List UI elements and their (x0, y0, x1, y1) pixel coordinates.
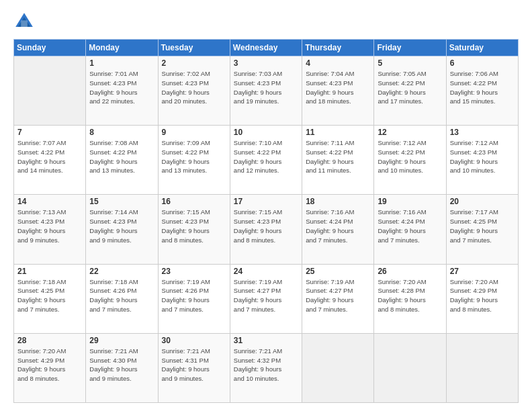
day-number: 4 (306, 58, 370, 68)
day-number: 26 (378, 267, 442, 276)
day-number: 21 (17, 267, 82, 276)
calendar-cell: 2Sunrise: 7:02 AM Sunset: 4:23 PM Daylig… (158, 56, 230, 126)
day-number: 22 (89, 267, 154, 276)
day-number: 18 (306, 197, 370, 206)
day-info: Sunrise: 7:11 AM Sunset: 4:22 PM Dayligh… (306, 138, 370, 175)
day-number: 19 (378, 197, 442, 206)
calendar-table: SundayMondayTuesdayWednesdayThursdayFrid… (13, 39, 519, 403)
calendar-cell: 12Sunrise: 7:12 AM Sunset: 4:22 PM Dayli… (374, 126, 446, 195)
day-number: 6 (450, 58, 515, 68)
day-number: 30 (162, 336, 226, 345)
day-number: 5 (378, 58, 442, 68)
calendar-cell: 24Sunrise: 7:19 AM Sunset: 4:27 PM Dayli… (230, 264, 302, 333)
day-info: Sunrise: 7:06 AM Sunset: 4:22 PM Dayligh… (450, 69, 515, 106)
day-info: Sunrise: 7:07 AM Sunset: 4:22 PM Dayligh… (17, 138, 82, 175)
day-info: Sunrise: 7:18 AM Sunset: 4:25 PM Dayligh… (17, 277, 82, 314)
calendar-cell: 29Sunrise: 7:21 AM Sunset: 4:30 PM Dayli… (86, 333, 158, 402)
day-info: Sunrise: 7:12 AM Sunset: 4:23 PM Dayligh… (450, 138, 515, 175)
day-number: 10 (234, 128, 298, 137)
day-number: 13 (450, 128, 515, 137)
day-info: Sunrise: 7:18 AM Sunset: 4:26 PM Dayligh… (89, 277, 154, 314)
calendar-cell (14, 56, 86, 126)
day-info: Sunrise: 7:17 AM Sunset: 4:25 PM Dayligh… (450, 208, 515, 244)
day-info: Sunrise: 7:16 AM Sunset: 4:24 PM Dayligh… (306, 208, 370, 244)
day-info: Sunrise: 7:15 AM Sunset: 4:23 PM Dayligh… (162, 208, 226, 244)
day-info: Sunrise: 7:19 AM Sunset: 4:27 PM Dayligh… (306, 277, 370, 314)
day-number: 24 (234, 267, 298, 276)
day-info: Sunrise: 7:16 AM Sunset: 4:24 PM Dayligh… (378, 208, 442, 244)
day-number: 2 (162, 58, 226, 68)
day-number: 17 (234, 197, 298, 206)
calendar-cell: 18Sunrise: 7:16 AM Sunset: 4:24 PM Dayli… (302, 195, 374, 264)
day-number: 3 (234, 58, 298, 68)
column-header-thursday: Thursday (302, 40, 374, 56)
calendar-cell: 11Sunrise: 7:11 AM Sunset: 4:22 PM Dayli… (302, 126, 374, 195)
calendar-cell (302, 333, 374, 402)
calendar-cell: 13Sunrise: 7:12 AM Sunset: 4:23 PM Dayli… (446, 126, 518, 195)
day-info: Sunrise: 7:20 AM Sunset: 4:29 PM Dayligh… (17, 347, 82, 383)
day-info: Sunrise: 7:20 AM Sunset: 4:29 PM Dayligh… (450, 277, 515, 314)
day-number: 31 (234, 336, 298, 345)
day-info: Sunrise: 7:08 AM Sunset: 4:22 PM Dayligh… (89, 138, 154, 175)
day-number: 1 (89, 58, 154, 68)
day-number: 23 (162, 267, 226, 276)
column-header-tuesday: Tuesday (158, 40, 230, 56)
logo-icon (13, 11, 35, 32)
day-number: 11 (306, 128, 370, 137)
day-number: 12 (378, 128, 442, 137)
calendar-week-row: 21Sunrise: 7:18 AM Sunset: 4:25 PM Dayli… (14, 264, 519, 333)
day-info: Sunrise: 7:03 AM Sunset: 4:23 PM Dayligh… (234, 69, 298, 106)
calendar-cell: 30Sunrise: 7:21 AM Sunset: 4:31 PM Dayli… (158, 333, 230, 402)
calendar-cell: 23Sunrise: 7:19 AM Sunset: 4:26 PM Dayli… (158, 264, 230, 333)
calendar-cell: 27Sunrise: 7:20 AM Sunset: 4:29 PM Dayli… (446, 264, 518, 333)
day-info: Sunrise: 7:21 AM Sunset: 4:32 PM Dayligh… (234, 347, 298, 383)
calendar-cell (446, 333, 518, 402)
column-header-sunday: Sunday (14, 40, 86, 56)
day-info: Sunrise: 7:19 AM Sunset: 4:27 PM Dayligh… (234, 277, 298, 314)
day-number: 15 (89, 197, 154, 206)
calendar-cell: 7Sunrise: 7:07 AM Sunset: 4:22 PM Daylig… (14, 126, 86, 195)
day-number: 28 (17, 336, 82, 345)
calendar-cell: 1Sunrise: 7:01 AM Sunset: 4:23 PM Daylig… (86, 56, 158, 126)
calendar-cell: 19Sunrise: 7:16 AM Sunset: 4:24 PM Dayli… (374, 195, 446, 264)
calendar-cell: 31Sunrise: 7:21 AM Sunset: 4:32 PM Dayli… (230, 333, 302, 402)
column-header-monday: Monday (86, 40, 158, 56)
day-info: Sunrise: 7:12 AM Sunset: 4:22 PM Dayligh… (378, 138, 442, 175)
column-header-wednesday: Wednesday (230, 40, 302, 56)
column-header-friday: Friday (374, 40, 446, 56)
svg-rect-2 (21, 20, 28, 27)
calendar-week-row: 14Sunrise: 7:13 AM Sunset: 4:23 PM Dayli… (14, 195, 519, 264)
day-info: Sunrise: 7:20 AM Sunset: 4:28 PM Dayligh… (378, 277, 442, 314)
calendar-cell: 4Sunrise: 7:04 AM Sunset: 4:23 PM Daylig… (302, 56, 374, 126)
calendar-cell: 9Sunrise: 7:09 AM Sunset: 4:22 PM Daylig… (158, 126, 230, 195)
calendar-cell: 3Sunrise: 7:03 AM Sunset: 4:23 PM Daylig… (230, 56, 302, 126)
day-info: Sunrise: 7:21 AM Sunset: 4:30 PM Dayligh… (89, 347, 154, 383)
calendar-cell: 26Sunrise: 7:20 AM Sunset: 4:28 PM Dayli… (374, 264, 446, 333)
day-info: Sunrise: 7:10 AM Sunset: 4:22 PM Dayligh… (234, 138, 298, 175)
day-info: Sunrise: 7:02 AM Sunset: 4:23 PM Dayligh… (162, 69, 226, 106)
header (13, 11, 519, 32)
calendar-cell: 10Sunrise: 7:10 AM Sunset: 4:22 PM Dayli… (230, 126, 302, 195)
day-number: 9 (162, 128, 226, 137)
calendar-week-row: 7Sunrise: 7:07 AM Sunset: 4:22 PM Daylig… (14, 126, 519, 195)
day-info: Sunrise: 7:14 AM Sunset: 4:23 PM Dayligh… (89, 208, 154, 244)
logo (13, 11, 38, 32)
day-number: 7 (17, 128, 82, 137)
calendar-week-row: 28Sunrise: 7:20 AM Sunset: 4:29 PM Dayli… (14, 333, 519, 402)
calendar-cell (374, 333, 446, 402)
day-number: 29 (89, 336, 154, 345)
day-info: Sunrise: 7:19 AM Sunset: 4:26 PM Dayligh… (162, 277, 226, 314)
calendar-cell: 25Sunrise: 7:19 AM Sunset: 4:27 PM Dayli… (302, 264, 374, 333)
calendar-cell: 17Sunrise: 7:15 AM Sunset: 4:23 PM Dayli… (230, 195, 302, 264)
calendar-cell: 14Sunrise: 7:13 AM Sunset: 4:23 PM Dayli… (14, 195, 86, 264)
calendar-week-row: 1Sunrise: 7:01 AM Sunset: 4:23 PM Daylig… (14, 56, 519, 126)
calendar-cell: 5Sunrise: 7:05 AM Sunset: 4:22 PM Daylig… (374, 56, 446, 126)
calendar-cell: 15Sunrise: 7:14 AM Sunset: 4:23 PM Dayli… (86, 195, 158, 264)
day-info: Sunrise: 7:13 AM Sunset: 4:23 PM Dayligh… (17, 208, 82, 244)
calendar-page: SundayMondayTuesdayWednesdayThursdayFrid… (0, 0, 532, 411)
day-number: 14 (17, 197, 82, 206)
day-number: 8 (89, 128, 154, 137)
day-info: Sunrise: 7:09 AM Sunset: 4:22 PM Dayligh… (162, 138, 226, 175)
calendar-cell: 16Sunrise: 7:15 AM Sunset: 4:23 PM Dayli… (158, 195, 230, 264)
calendar-cell: 28Sunrise: 7:20 AM Sunset: 4:29 PM Dayli… (14, 333, 86, 402)
